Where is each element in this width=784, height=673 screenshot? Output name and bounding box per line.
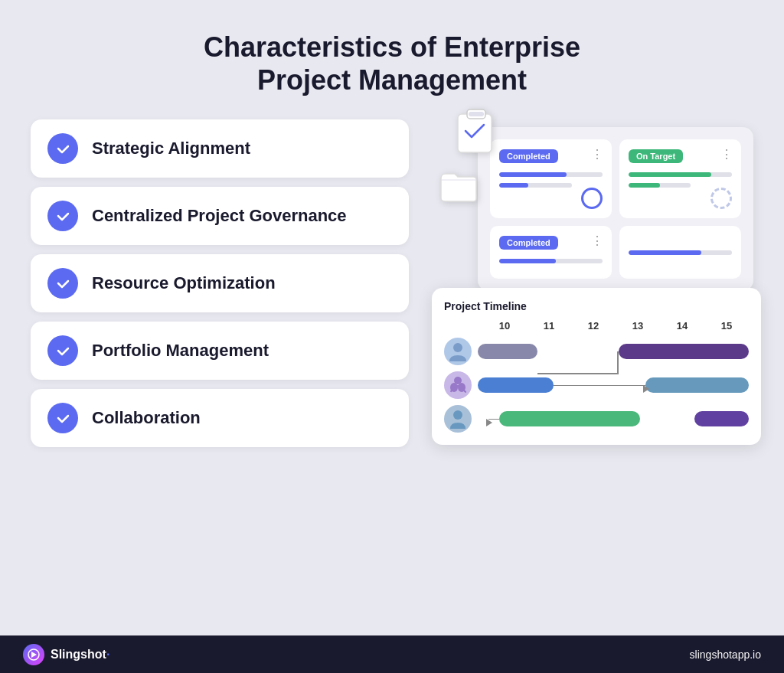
status-circle-1 (581, 188, 603, 209)
col-10: 10 (482, 320, 527, 332)
gantt-row-2 (444, 371, 749, 399)
main-container: Characteristics of Enterprise Project Ma… (0, 0, 784, 635)
status-badge-ontarget: On Target (629, 149, 683, 163)
timeline-title: Project Timeline (444, 300, 749, 312)
item-label-5: Collaboration (92, 408, 201, 428)
slingshot-logo-icon (23, 644, 44, 665)
more-dots-1[interactable]: ⋮ (591, 147, 604, 162)
progress-bar-2 (629, 172, 732, 188)
brand-name: Slingshot· (51, 648, 109, 662)
right-panel: Completed ⋮ On Target ⋮ (432, 119, 753, 620)
svg-point-3 (453, 343, 462, 352)
more-dots-2[interactable]: ⋮ (720, 147, 733, 162)
col-11: 11 (527, 320, 571, 332)
gantt-bar-area-3 (478, 411, 749, 426)
list-item-resource-optimization: Resource Optimization (31, 254, 409, 312)
gantt-rows (444, 338, 749, 433)
svg-point-6 (458, 383, 466, 392)
clipboard-icon (455, 108, 498, 158)
avatar-3 (444, 405, 472, 433)
timeline-panel: Project Timeline 10 11 12 13 14 15 (432, 288, 761, 445)
list-item-collaboration: Collaboration (31, 389, 409, 447)
timeline-header: 10 11 12 13 14 15 (444, 320, 749, 332)
footer-url: slingshotapp.io (690, 648, 761, 661)
item-label-3: Resource Optimization (92, 273, 276, 293)
avatar-2 (444, 371, 472, 399)
status-card-2: On Target ⋮ (619, 139, 741, 218)
footer-brand: Slingshot· (23, 644, 109, 665)
item-label-1: Strategic Alignment (92, 139, 250, 158)
status-cards-panel: Completed ⋮ On Target ⋮ (478, 127, 753, 291)
col-14: 14 (660, 320, 704, 332)
page-title: Characteristics of Enterprise Project Ma… (31, 31, 753, 96)
progress-bar-1 (499, 172, 603, 188)
list-item-portfolio-management: Portfolio Management (31, 322, 409, 380)
svg-point-5 (450, 383, 458, 392)
footer: Slingshot· slingshotapp.io (0, 635, 784, 673)
status-card-4 (619, 226, 741, 279)
status-badge-completed-1: Completed (499, 149, 558, 163)
col-12: 12 (571, 320, 616, 332)
left-panel: Strategic Alignment Centralized Project … (31, 119, 409, 620)
avatar-1 (444, 338, 472, 365)
list-item-strategic-alignment: Strategic Alignment (31, 119, 409, 178)
check-icon-3 (47, 268, 78, 299)
status-card-3: Completed ⋮ (490, 226, 612, 279)
list-item-centralized-governance: Centralized Project Governance (31, 187, 409, 245)
status-badge-completed-2: Completed (499, 236, 558, 250)
check-icon-4 (47, 335, 78, 366)
more-dots-3[interactable]: ⋮ (591, 234, 604, 248)
item-label-4: Portfolio Management (92, 341, 269, 361)
content-area: Strategic Alignment Centralized Project … (31, 119, 753, 620)
progress-bar-3 (499, 259, 603, 263)
check-icon-5 (47, 403, 78, 433)
svg-rect-2 (469, 112, 484, 116)
svg-point-7 (453, 410, 462, 420)
status-circle-2 (710, 188, 732, 209)
check-icon-2 (47, 201, 78, 231)
gantt-bar-area-1 (478, 344, 749, 359)
folder-icon (439, 169, 478, 206)
check-icon-1 (47, 133, 78, 164)
item-label-2: Centralized Project Governance (92, 206, 347, 226)
col-15: 15 (704, 320, 749, 332)
status-card-1: Completed ⋮ (490, 139, 612, 218)
col-13: 13 (616, 320, 660, 332)
gantt-row-1 (444, 338, 749, 365)
gantt-bar-area-2 (478, 377, 749, 393)
gantt-row-3 (444, 405, 749, 433)
